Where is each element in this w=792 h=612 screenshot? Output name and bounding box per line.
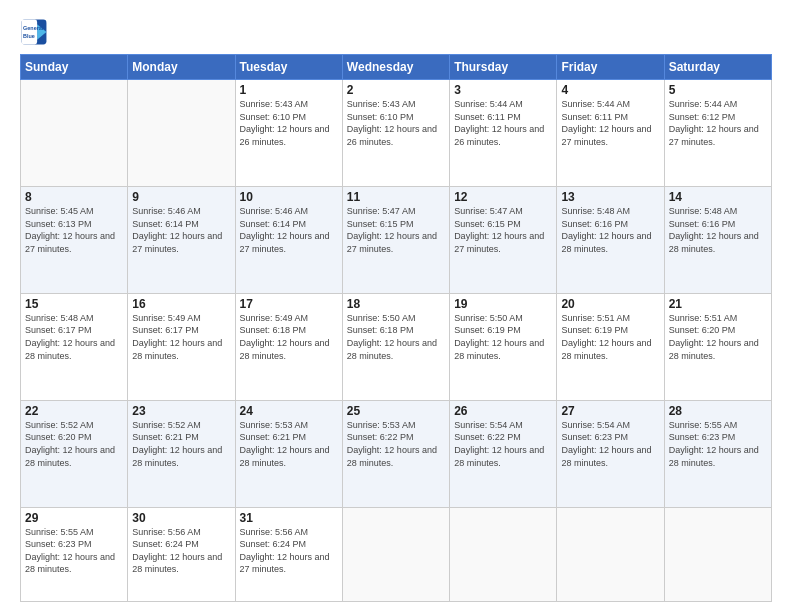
day-number: 28: [669, 404, 767, 418]
day-cell-27: 27Sunrise: 5:54 AMSunset: 6:23 PMDayligh…: [557, 400, 664, 507]
day-info: Sunrise: 5:43 AMSunset: 6:10 PMDaylight:…: [240, 98, 338, 148]
day-number: 12: [454, 190, 552, 204]
day-cell-29: 29Sunrise: 5:55 AMSunset: 6:23 PMDayligh…: [21, 507, 128, 601]
day-info: Sunrise: 5:51 AMSunset: 6:19 PMDaylight:…: [561, 312, 659, 362]
day-cell-18: 18Sunrise: 5:50 AMSunset: 6:18 PMDayligh…: [342, 293, 449, 400]
day-number: 14: [669, 190, 767, 204]
day-number: 4: [561, 83, 659, 97]
day-cell-23: 23Sunrise: 5:52 AMSunset: 6:21 PMDayligh…: [128, 400, 235, 507]
day-info: Sunrise: 5:50 AMSunset: 6:18 PMDaylight:…: [347, 312, 445, 362]
day-cell-1: 1Sunrise: 5:43 AMSunset: 6:10 PMDaylight…: [235, 80, 342, 187]
day-number: 9: [132, 190, 230, 204]
day-number: 3: [454, 83, 552, 97]
day-cell-11: 11Sunrise: 5:47 AMSunset: 6:15 PMDayligh…: [342, 186, 449, 293]
day-cell-24: 24Sunrise: 5:53 AMSunset: 6:21 PMDayligh…: [235, 400, 342, 507]
day-number: 15: [25, 297, 123, 311]
day-cell-16: 16Sunrise: 5:49 AMSunset: 6:17 PMDayligh…: [128, 293, 235, 400]
day-info: Sunrise: 5:50 AMSunset: 6:19 PMDaylight:…: [454, 312, 552, 362]
col-header-sunday: Sunday: [21, 55, 128, 80]
day-cell-12: 12Sunrise: 5:47 AMSunset: 6:15 PMDayligh…: [450, 186, 557, 293]
calendar-row-1: 8Sunrise: 5:45 AMSunset: 6:13 PMDaylight…: [21, 186, 772, 293]
empty-cell: [664, 507, 771, 601]
col-header-thursday: Thursday: [450, 55, 557, 80]
day-info: Sunrise: 5:47 AMSunset: 6:15 PMDaylight:…: [347, 205, 445, 255]
day-number: 21: [669, 297, 767, 311]
day-number: 29: [25, 511, 123, 525]
calendar-row-3: 22Sunrise: 5:52 AMSunset: 6:20 PMDayligh…: [21, 400, 772, 507]
day-cell-20: 20Sunrise: 5:51 AMSunset: 6:19 PMDayligh…: [557, 293, 664, 400]
day-cell-13: 13Sunrise: 5:48 AMSunset: 6:16 PMDayligh…: [557, 186, 664, 293]
day-cell-14: 14Sunrise: 5:48 AMSunset: 6:16 PMDayligh…: [664, 186, 771, 293]
empty-cell: [342, 507, 449, 601]
day-number: 13: [561, 190, 659, 204]
header: General Blue: [20, 18, 772, 46]
day-info: Sunrise: 5:54 AMSunset: 6:23 PMDaylight:…: [561, 419, 659, 469]
col-header-friday: Friday: [557, 55, 664, 80]
empty-cell: [21, 80, 128, 187]
day-cell-3: 3Sunrise: 5:44 AMSunset: 6:11 PMDaylight…: [450, 80, 557, 187]
day-cell-22: 22Sunrise: 5:52 AMSunset: 6:20 PMDayligh…: [21, 400, 128, 507]
day-cell-28: 28Sunrise: 5:55 AMSunset: 6:23 PMDayligh…: [664, 400, 771, 507]
day-number: 27: [561, 404, 659, 418]
day-cell-9: 9Sunrise: 5:46 AMSunset: 6:14 PMDaylight…: [128, 186, 235, 293]
day-info: Sunrise: 5:48 AMSunset: 6:16 PMDaylight:…: [669, 205, 767, 255]
day-info: Sunrise: 5:44 AMSunset: 6:11 PMDaylight:…: [561, 98, 659, 148]
day-info: Sunrise: 5:54 AMSunset: 6:22 PMDaylight:…: [454, 419, 552, 469]
day-cell-21: 21Sunrise: 5:51 AMSunset: 6:20 PMDayligh…: [664, 293, 771, 400]
svg-text:General: General: [23, 25, 44, 31]
empty-cell: [557, 507, 664, 601]
day-info: Sunrise: 5:49 AMSunset: 6:18 PMDaylight:…: [240, 312, 338, 362]
empty-cell: [450, 507, 557, 601]
day-number: 19: [454, 297, 552, 311]
day-info: Sunrise: 5:46 AMSunset: 6:14 PMDaylight:…: [240, 205, 338, 255]
svg-text:Blue: Blue: [23, 33, 35, 39]
day-number: 20: [561, 297, 659, 311]
day-cell-2: 2Sunrise: 5:43 AMSunset: 6:10 PMDaylight…: [342, 80, 449, 187]
col-header-wednesday: Wednesday: [342, 55, 449, 80]
day-info: Sunrise: 5:56 AMSunset: 6:24 PMDaylight:…: [132, 526, 230, 576]
day-number: 23: [132, 404, 230, 418]
day-info: Sunrise: 5:44 AMSunset: 6:11 PMDaylight:…: [454, 98, 552, 148]
calendar-header-row: SundayMondayTuesdayWednesdayThursdayFrid…: [21, 55, 772, 80]
day-info: Sunrise: 5:48 AMSunset: 6:17 PMDaylight:…: [25, 312, 123, 362]
day-number: 8: [25, 190, 123, 204]
day-cell-25: 25Sunrise: 5:53 AMSunset: 6:22 PMDayligh…: [342, 400, 449, 507]
day-number: 26: [454, 404, 552, 418]
empty-cell: [128, 80, 235, 187]
calendar-table: SundayMondayTuesdayWednesdayThursdayFrid…: [20, 54, 772, 602]
day-number: 16: [132, 297, 230, 311]
day-number: 2: [347, 83, 445, 97]
day-info: Sunrise: 5:52 AMSunset: 6:20 PMDaylight:…: [25, 419, 123, 469]
day-info: Sunrise: 5:47 AMSunset: 6:15 PMDaylight:…: [454, 205, 552, 255]
page: General Blue SundayMondayTuesdayWednesda…: [0, 0, 792, 612]
day-info: Sunrise: 5:46 AMSunset: 6:14 PMDaylight:…: [132, 205, 230, 255]
day-cell-8: 8Sunrise: 5:45 AMSunset: 6:13 PMDaylight…: [21, 186, 128, 293]
day-cell-15: 15Sunrise: 5:48 AMSunset: 6:17 PMDayligh…: [21, 293, 128, 400]
day-info: Sunrise: 5:53 AMSunset: 6:22 PMDaylight:…: [347, 419, 445, 469]
day-number: 18: [347, 297, 445, 311]
day-number: 22: [25, 404, 123, 418]
day-number: 5: [669, 83, 767, 97]
day-cell-17: 17Sunrise: 5:49 AMSunset: 6:18 PMDayligh…: [235, 293, 342, 400]
calendar-row-0: 1Sunrise: 5:43 AMSunset: 6:10 PMDaylight…: [21, 80, 772, 187]
day-number: 11: [347, 190, 445, 204]
day-info: Sunrise: 5:52 AMSunset: 6:21 PMDaylight:…: [132, 419, 230, 469]
day-number: 24: [240, 404, 338, 418]
logo-icon: General Blue: [20, 18, 48, 46]
day-number: 10: [240, 190, 338, 204]
calendar-row-4: 29Sunrise: 5:55 AMSunset: 6:23 PMDayligh…: [21, 507, 772, 601]
day-number: 30: [132, 511, 230, 525]
day-info: Sunrise: 5:43 AMSunset: 6:10 PMDaylight:…: [347, 98, 445, 148]
day-cell-19: 19Sunrise: 5:50 AMSunset: 6:19 PMDayligh…: [450, 293, 557, 400]
day-number: 1: [240, 83, 338, 97]
day-cell-10: 10Sunrise: 5:46 AMSunset: 6:14 PMDayligh…: [235, 186, 342, 293]
day-info: Sunrise: 5:56 AMSunset: 6:24 PMDaylight:…: [240, 526, 338, 576]
day-cell-5: 5Sunrise: 5:44 AMSunset: 6:12 PMDaylight…: [664, 80, 771, 187]
col-header-monday: Monday: [128, 55, 235, 80]
day-info: Sunrise: 5:51 AMSunset: 6:20 PMDaylight:…: [669, 312, 767, 362]
day-info: Sunrise: 5:55 AMSunset: 6:23 PMDaylight:…: [25, 526, 123, 576]
logo: General Blue: [20, 18, 48, 46]
svg-rect-2: [22, 20, 38, 45]
day-info: Sunrise: 5:53 AMSunset: 6:21 PMDaylight:…: [240, 419, 338, 469]
col-header-saturday: Saturday: [664, 55, 771, 80]
